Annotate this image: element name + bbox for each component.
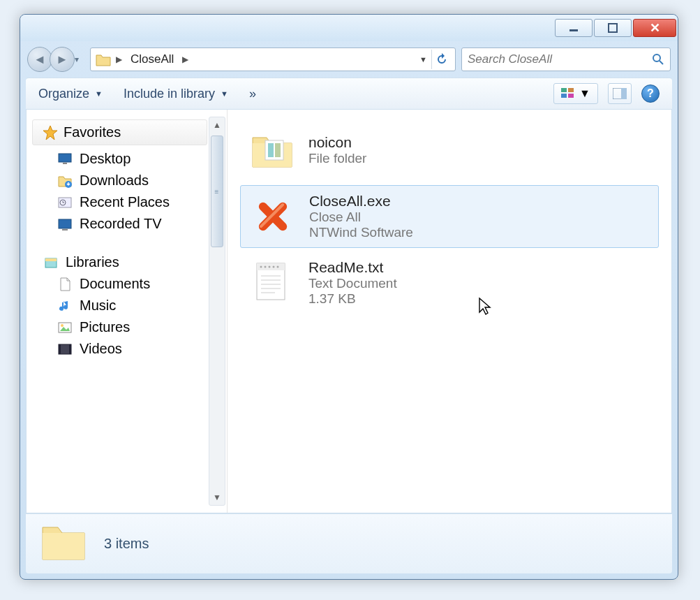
svg-rect-24 [59,344,61,354]
close-button[interactable]: ✕ [633,19,676,37]
svg-point-2 [653,54,660,61]
star-icon [43,125,58,140]
view-mode-button[interactable]: ▼ [553,83,598,104]
sidebar-item-downloads[interactable]: Downloads [27,170,227,191]
file-name: ReadMe.txt [308,259,397,276]
tiles-icon [561,88,575,99]
sidebar-item-videos[interactable]: Videos [27,338,227,360]
svg-rect-1 [609,24,617,32]
chevron-right-icon: ▶ [114,54,124,64]
svg-rect-16 [59,219,71,228]
refresh-button[interactable] [431,50,451,69]
chevron-down-icon: ▼ [579,87,590,100]
svg-rect-6 [561,94,567,98]
include-library-menu[interactable]: Include in library ▼ [124,87,228,101]
svg-rect-27 [268,143,274,157]
sidebar-item-pictures[interactable]: Pictures [27,316,227,338]
pane-icon [613,88,627,99]
svg-point-35 [265,266,267,268]
file-item-exe[interactable]: CloseAll.exe Close All NTWind Software [240,185,659,248]
chevron-down-icon: ▼ [95,89,103,98]
sidebar-item-documents[interactable]: Documents [27,273,227,295]
sidebar-item-desktop[interactable]: Desktop [27,148,227,170]
svg-rect-17 [62,229,68,231]
svg-point-34 [260,266,262,268]
sidebar-scrollbar[interactable]: ▲ ≡ ▼ [209,117,225,506]
svg-rect-25 [69,344,71,354]
text-file-icon [248,259,296,307]
folder-download-icon [57,173,73,189]
minimize-button[interactable] [555,19,593,37]
recent-icon [57,195,73,210]
close-x-icon [249,193,297,240]
forward-button[interactable]: ► [50,47,75,72]
svg-rect-7 [568,94,574,98]
breadcrumb-folder[interactable]: CloseAll [126,51,178,68]
svg-rect-4 [561,88,567,92]
tv-icon [57,217,73,232]
explorer-window: ✕ ◄ ► ▾ ▶ CloseAll ▶ ▼ [20,14,678,580]
toolbar-label: » [249,87,256,101]
file-type: File folder [308,151,366,166]
video-icon [57,342,73,357]
file-item-txt[interactable]: ReadMe.txt Text Document 1.37 KB [240,252,659,314]
sidebar-item-label: Videos [80,341,122,357]
file-size: 1.37 KB [308,291,397,307]
titlebar: ✕ [20,15,678,41]
folder-icon [40,520,87,568]
nav-history-dropdown[interactable]: ▾ [72,54,84,64]
breadcrumb[interactable]: ▶ CloseAll ▶ ▼ [90,47,456,71]
libraries-icon [43,255,59,270]
preview-pane-button[interactable] [608,83,632,104]
scroll-up-icon[interactable]: ▲ [209,117,225,133]
svg-marker-10 [43,126,57,140]
sidebar-item-label: Pictures [80,319,130,335]
organize-menu[interactable]: Organize ▼ [38,87,103,101]
help-button[interactable]: ? [641,85,660,103]
toolbar-label: Organize [38,87,89,101]
svg-rect-28 [275,143,281,157]
sidebar-item-label: Recorded TV [80,216,161,232]
file-item-folder[interactable]: noicon File folder [240,119,659,181]
svg-point-37 [273,266,275,268]
scroll-thumb[interactable]: ≡ [211,136,223,247]
sidebar-item-music[interactable]: Music [27,295,227,316]
search-box[interactable] [461,47,671,71]
file-list: noicon File folder CloseAll.exe Close Al… [228,110,671,513]
file-name: CloseAll.exe [309,193,413,210]
chevron-down-icon: ▼ [221,89,228,98]
sidebar-item-recorded-tv[interactable]: Recorded TV [27,213,227,235]
breadcrumb-dropdown[interactable]: ▼ [419,55,427,64]
sidebar-group-libraries[interactable]: Libraries [27,251,227,273]
back-button[interactable]: ◄ [27,47,52,72]
folder-icon [248,126,296,174]
sidebar-label: Libraries [66,254,119,270]
file-name: noicon [308,134,366,151]
status-bar: 3 items [26,513,672,573]
sidebar-item-label: Desktop [80,151,131,167]
scroll-down-icon[interactable]: ▼ [209,490,225,505]
svg-rect-14 [59,198,71,207]
sidebar-item-label: Music [80,298,116,314]
status-text: 3 items [104,536,149,552]
search-input[interactable] [468,52,652,66]
file-desc: Close All [309,210,413,225]
sidebar-group-favorites[interactable]: Favorites [32,119,207,145]
svg-rect-0 [569,29,578,31]
svg-point-22 [61,324,64,327]
svg-rect-5 [568,88,574,92]
monitor-icon [57,152,73,167]
sidebar-item-recent[interactable]: Recent Places [27,191,227,213]
sidebar-item-label: Downloads [80,173,149,189]
music-icon [57,298,73,314]
file-company: NTWind Software [309,225,413,240]
toolbar-overflow[interactable]: » [249,87,256,101]
svg-rect-26 [265,140,283,160]
svg-point-36 [269,266,271,268]
svg-rect-11 [59,154,71,162]
toolbar: Organize ▼ Include in library ▼ » ▼ ? [26,78,672,110]
folder-icon [95,51,112,68]
sidebar-item-label: Recent Places [80,194,170,210]
maximize-button[interactable] [594,19,632,37]
svg-point-38 [277,266,279,268]
